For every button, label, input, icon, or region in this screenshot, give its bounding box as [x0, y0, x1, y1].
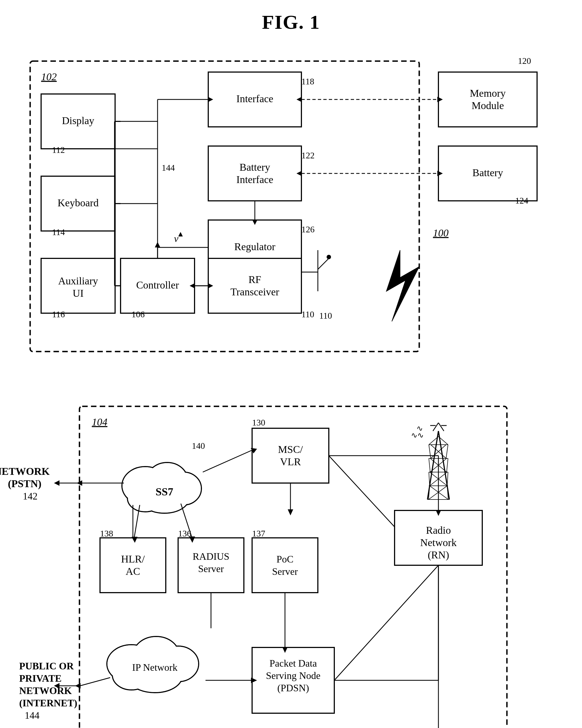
- svg-text:Module: Module: [472, 100, 504, 111]
- svg-text:100: 100: [433, 227, 449, 239]
- svg-point-75: [327, 255, 331, 259]
- svg-text:122: 122: [301, 150, 315, 160]
- svg-rect-112: [100, 538, 166, 593]
- svg-rect-15: [208, 146, 301, 201]
- svg-text:144: 144: [25, 710, 39, 721]
- svg-text:∿∿: ∿∿: [411, 431, 424, 440]
- svg-text:106: 106: [132, 309, 145, 319]
- svg-text:Display: Display: [62, 115, 94, 126]
- svg-text:Interface: Interface: [236, 174, 273, 185]
- svg-line-162: [447, 459, 448, 472]
- svg-text:130: 130: [252, 418, 265, 427]
- svg-text:PUBLIC OR: PUBLIC OR: [19, 660, 74, 672]
- page-title: FIG. 1: [17, 11, 565, 34]
- svg-text:128: 128: [460, 726, 474, 728]
- svg-line-146: [433, 423, 439, 431]
- svg-marker-88: [54, 480, 59, 486]
- svg-text:112: 112: [52, 145, 65, 155]
- svg-text:102: 102: [41, 71, 57, 82]
- svg-line-167: [447, 472, 448, 486]
- svg-text:138: 138: [100, 528, 113, 538]
- svg-line-174: [430, 486, 448, 499]
- svg-text:VLR: VLR: [280, 456, 301, 467]
- svg-marker-193: [75, 683, 81, 688]
- svg-text:▲: ▲: [177, 230, 184, 238]
- svg-text:Serving Node: Serving Node: [266, 670, 321, 681]
- svg-text:RF: RF: [248, 274, 261, 285]
- svg-marker-77: [386, 250, 419, 321]
- svg-text:Server: Server: [198, 563, 224, 574]
- svg-line-74: [318, 258, 329, 269]
- svg-text:UI: UI: [73, 287, 84, 299]
- svg-line-192: [80, 678, 110, 686]
- svg-marker-201: [288, 509, 293, 515]
- svg-text:Network: Network: [420, 537, 457, 548]
- svg-text:RADIUS: RADIUS: [193, 551, 229, 562]
- svg-line-185: [329, 456, 395, 527]
- svg-rect-120: [252, 538, 318, 593]
- top-diagram: 102 Display 112 Keyboard 114 Auxiliary U…: [17, 45, 559, 373]
- svg-text:140: 140: [192, 441, 205, 451]
- svg-text:AC: AC: [126, 566, 140, 577]
- svg-text:126: 126: [301, 225, 315, 234]
- svg-line-157: [446, 445, 448, 459]
- svg-text:Auxiliary: Auxiliary: [58, 275, 98, 287]
- svg-text:SS7: SS7: [156, 486, 174, 498]
- svg-text:IP Network: IP Network: [132, 662, 178, 673]
- svg-text:Memory: Memory: [470, 87, 506, 99]
- svg-text:(RN): (RN): [428, 549, 449, 561]
- svg-line-196: [334, 565, 439, 680]
- svg-text:(INTERNET): (INTERNET): [19, 698, 77, 708]
- svg-line-161: [429, 459, 430, 472]
- svg-text:120: 120: [518, 56, 531, 66]
- svg-text:Battery: Battery: [239, 161, 270, 173]
- svg-text:Packet Data: Packet Data: [270, 658, 317, 669]
- svg-text:144: 144: [162, 163, 175, 173]
- svg-text:(PDSN): (PDSN): [277, 682, 309, 694]
- svg-text:HLR/: HLR/: [121, 553, 145, 565]
- svg-text:118: 118: [301, 76, 314, 86]
- svg-line-156: [429, 445, 431, 459]
- svg-line-173: [428, 486, 447, 499]
- svg-text:NETWORK: NETWORK: [19, 685, 72, 696]
- svg-text:137: 137: [252, 528, 265, 538]
- svg-text:Transceiver: Transceiver: [231, 286, 279, 297]
- svg-text:(PSTN): (PSTN): [8, 478, 42, 490]
- svg-text:104: 104: [92, 416, 107, 428]
- svg-rect-25: [208, 258, 301, 313]
- svg-text:Server: Server: [272, 566, 298, 577]
- svg-rect-108: [252, 428, 329, 483]
- svg-text:142: 142: [23, 491, 37, 502]
- svg-text:116: 116: [52, 309, 65, 319]
- svg-text:110: 110: [301, 309, 314, 319]
- svg-text:124: 124: [515, 196, 528, 206]
- svg-line-166: [429, 472, 430, 486]
- svg-line-179: [203, 450, 252, 472]
- svg-text:Interface: Interface: [236, 93, 273, 104]
- svg-text:Radio: Radio: [426, 524, 451, 536]
- svg-text:PRIVATE: PRIVATE: [19, 673, 62, 684]
- svg-rect-29: [439, 72, 537, 127]
- svg-text:Controller: Controller: [136, 279, 179, 291]
- bottom-diagram: 104 NETWORK (PSTN) 142 PUBLIC OR PRIVATE…: [17, 390, 559, 728]
- svg-text:110: 110: [319, 311, 332, 320]
- svg-text:PoC: PoC: [276, 554, 293, 565]
- svg-text:Keyboard: Keyboard: [57, 197, 99, 209]
- svg-text:114: 114: [52, 227, 65, 237]
- svg-text:Regulator: Regulator: [234, 241, 275, 252]
- svg-text:MSC/: MSC/: [278, 444, 303, 455]
- svg-line-147: [439, 423, 444, 431]
- svg-text:NETWORK: NETWORK: [0, 466, 50, 477]
- svg-text:Battery: Battery: [472, 167, 503, 178]
- svg-marker-63: [155, 242, 160, 248]
